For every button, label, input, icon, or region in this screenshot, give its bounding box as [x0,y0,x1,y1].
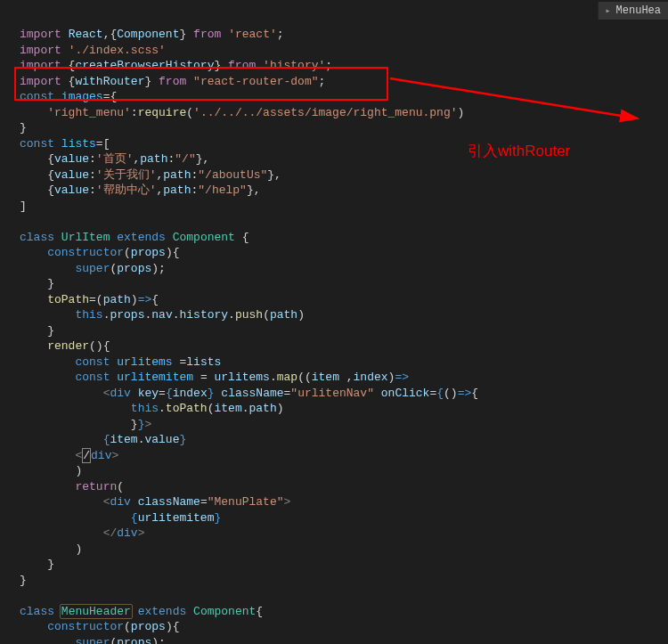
code-line[interactable]: constructor(props){ [20,245,668,261]
code-line[interactable]: import './index.scss' [20,43,668,59]
code-line[interactable]: </div> [20,526,668,542]
code-line[interactable]: class MenuHeader extends Component{ [20,604,668,620]
code-line[interactable]: ) [20,542,668,558]
code-line[interactable]: super(props); [20,261,668,277]
code-line[interactable]: 'right_menu':require('../../../assets/im… [20,105,668,121]
code-line[interactable]: <div className="MenuPlate"> [20,494,668,510]
code-line[interactable]: {value:'首页',path:"/"}, [20,151,668,167]
code-line[interactable]: const images={ [20,89,668,105]
code-line[interactable]: return( [20,479,668,495]
code-line[interactable]: {value:'关于我们',path:"/aboutUs"}, [20,167,668,183]
code-line[interactable]: ] [20,199,668,215]
code-line[interactable] [20,588,668,604]
code-line[interactable]: } [20,120,668,136]
code-line[interactable] [20,214,668,230]
code-line[interactable]: const lists=[ [20,136,668,152]
code-line[interactable]: </div> [20,448,668,464]
code-line[interactable]: import {createBrowserHistory} from 'hist… [20,58,668,74]
code-line[interactable]: this.toPath(item.path) [20,401,668,417]
code-line[interactable]: ) [20,463,668,479]
code-line[interactable]: import React,{Component} from 'react'; [20,27,668,43]
code-line[interactable]: constructor(props){ [20,619,668,635]
code-line[interactable]: } [20,323,668,339]
code-editor[interactable]: import React,{Component} from 'react';im… [0,0,668,644]
code-line[interactable]: const urlitemitem = urlitems.map((item ,… [20,370,668,386]
code-line[interactable]: }}> [20,417,668,433]
code-line[interactable]: } [20,276,668,292]
code-line[interactable]: this.props.nav.history.push(path) [20,307,668,323]
code-line[interactable]: } [20,573,668,589]
annotation-text: 引入withRouter [468,141,570,161]
code-line[interactable]: super(props); [20,635,668,645]
code-line[interactable]: import {withRouter} from "react-router-d… [20,74,668,90]
code-line[interactable]: {item.value} [20,432,668,448]
code-line[interactable]: {value:'帮助中心',path:"/help"}, [20,183,668,199]
code-line[interactable]: toPath=(path)=>{ [20,292,668,308]
code-line[interactable]: <div key={index} className="urlitenNav" … [20,386,668,402]
code-line[interactable]: const urlitems =lists [20,355,668,371]
code-line[interactable]: } [20,557,668,573]
code-line[interactable]: render(){ [20,338,668,355]
code-line[interactable]: class UrlItem extends Component { [20,230,668,246]
code-line[interactable]: {urlitemitem} [20,510,668,526]
